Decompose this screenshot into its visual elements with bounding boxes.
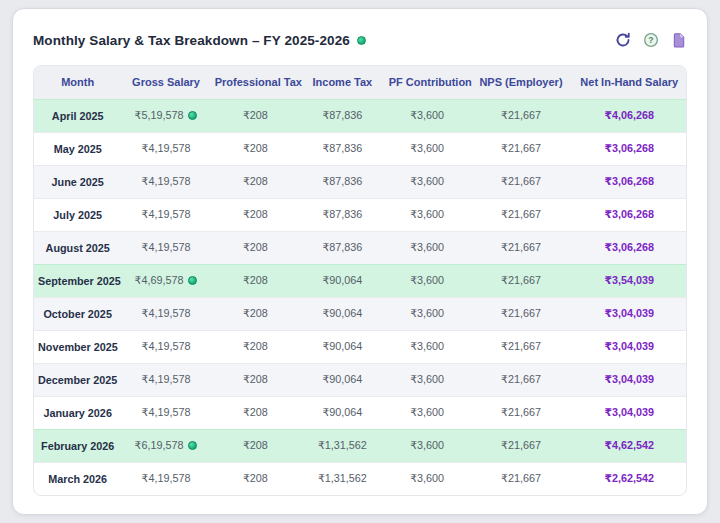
pf-contribution-cell: ₹3,600	[385, 330, 470, 363]
table-row[interactable]: November 2025 ₹4,19,578 ₹208 ₹90,064 ₹3,…	[34, 330, 686, 363]
net-in-hand-cell: ₹3,54,039	[573, 264, 687, 297]
gross-salary-value: ₹4,19,578	[142, 241, 191, 253]
income-tax-cell: ₹90,064	[300, 297, 385, 330]
help-button[interactable]: ?	[642, 32, 659, 49]
month-cell: November 2025	[34, 330, 121, 363]
professional-tax-cell: ₹208	[211, 231, 300, 264]
gross-salary-cell: ₹4,19,578	[121, 165, 210, 198]
table-row[interactable]: February 2026 ₹6,19,578 ₹208 ₹1,31,562 ₹…	[34, 429, 686, 462]
table-row[interactable]: April 2025 ₹5,19,578 ₹208 ₹87,836 ₹3,600…	[34, 99, 686, 132]
pf-contribution-cell: ₹3,600	[385, 99, 470, 132]
net-in-hand-cell: ₹3,06,268	[573, 165, 687, 198]
gross-salary-cell: ₹6,19,578	[121, 429, 210, 462]
pf-contribution-cell: ₹3,600	[385, 165, 470, 198]
table-row[interactable]: August 2025 ₹4,19,578 ₹208 ₹87,836 ₹3,60…	[34, 231, 686, 264]
income-tax-cell: ₹87,836	[300, 165, 385, 198]
column-header-month: Month	[34, 66, 121, 99]
table-row[interactable]: December 2025 ₹4,19,578 ₹208 ₹90,064 ₹3,…	[34, 363, 686, 396]
svg-text:?: ?	[648, 35, 653, 45]
professional-tax-cell: ₹208	[211, 363, 300, 396]
month-cell: March 2026	[34, 462, 121, 495]
month-cell: June 2025	[34, 165, 121, 198]
table-row[interactable]: January 2026 ₹4,19,578 ₹208 ₹90,064 ₹3,6…	[34, 396, 686, 429]
gross-salary-value: ₹4,19,578	[142, 373, 191, 385]
nps-employer-cell: ₹21,667	[469, 396, 572, 429]
gross-salary-cell: ₹4,19,578	[121, 396, 210, 429]
income-tax-cell: ₹1,31,562	[300, 429, 385, 462]
pf-contribution-cell: ₹3,600	[385, 231, 470, 264]
professional-tax-cell: ₹208	[211, 99, 300, 132]
salary-table-wrap: Month Gross Salary Professional Tax Inco…	[33, 65, 687, 496]
professional-tax-cell: ₹208	[211, 396, 300, 429]
net-in-hand-cell: ₹4,62,542	[573, 429, 687, 462]
month-cell: December 2025	[34, 363, 121, 396]
increment-badge-icon[interactable]	[188, 111, 197, 120]
refresh-icon	[615, 32, 631, 48]
table-row[interactable]: October 2025 ₹4,19,578 ₹208 ₹90,064 ₹3,6…	[34, 297, 686, 330]
column-header-professional-tax: Professional Tax	[211, 66, 300, 99]
nps-employer-cell: ₹21,667	[469, 198, 572, 231]
document-icon	[671, 32, 687, 48]
month-cell: February 2026	[34, 429, 121, 462]
table-row[interactable]: September 2025 ₹4,69,578 ₹208 ₹90,064 ₹3…	[34, 264, 686, 297]
gross-salary-cell: ₹4,19,578	[121, 363, 210, 396]
income-tax-cell: ₹90,064	[300, 330, 385, 363]
export-document-button[interactable]	[670, 32, 687, 49]
professional-tax-cell: ₹208	[211, 330, 300, 363]
refresh-button[interactable]	[614, 32, 631, 49]
increment-badge-icon[interactable]	[188, 276, 197, 285]
gross-salary-cell: ₹4,19,578	[121, 330, 210, 363]
income-tax-cell: ₹1,31,562	[300, 462, 385, 495]
gross-salary-cell: ₹4,19,578	[121, 297, 210, 330]
gross-salary-value: ₹4,19,578	[142, 208, 191, 220]
professional-tax-cell: ₹208	[211, 297, 300, 330]
professional-tax-cell: ₹208	[211, 165, 300, 198]
month-cell: January 2026	[34, 396, 121, 429]
nps-employer-cell: ₹21,667	[469, 462, 572, 495]
column-header-income-tax: Income Tax	[300, 66, 385, 99]
income-tax-cell: ₹90,064	[300, 396, 385, 429]
column-header-net-in-hand: Net In-Hand Salary	[573, 66, 687, 99]
nps-employer-cell: ₹21,667	[469, 264, 572, 297]
professional-tax-cell: ₹208	[211, 132, 300, 165]
net-in-hand-cell: ₹3,06,268	[573, 198, 687, 231]
net-in-hand-cell: ₹3,06,268	[573, 231, 687, 264]
nps-employer-cell: ₹21,667	[469, 99, 572, 132]
toolbar: ?	[614, 32, 687, 49]
pf-contribution-cell: ₹3,600	[385, 462, 470, 495]
month-cell: July 2025	[34, 198, 121, 231]
nps-employer-cell: ₹21,667	[469, 231, 572, 264]
net-in-hand-cell: ₹3,04,039	[573, 363, 687, 396]
month-cell: October 2025	[34, 297, 121, 330]
help-icon: ?	[643, 32, 659, 48]
net-in-hand-cell: ₹3,04,039	[573, 297, 687, 330]
pf-contribution-cell: ₹3,600	[385, 198, 470, 231]
title-wrap: Monthly Salary & Tax Breakdown – FY 2025…	[33, 33, 366, 48]
income-tax-cell: ₹87,836	[300, 198, 385, 231]
income-tax-cell: ₹90,064	[300, 363, 385, 396]
gross-salary-value: ₹4,19,578	[142, 142, 191, 154]
table-row[interactable]: March 2026 ₹4,19,578 ₹208 ₹1,31,562 ₹3,6…	[34, 462, 686, 495]
gross-salary-value: ₹4,19,578	[142, 472, 191, 484]
gross-salary-value: ₹4,19,578	[142, 307, 191, 319]
income-tax-cell: ₹87,836	[300, 132, 385, 165]
status-dot-icon[interactable]	[357, 36, 366, 45]
nps-employer-cell: ₹21,667	[469, 363, 572, 396]
income-tax-cell: ₹87,836	[300, 231, 385, 264]
professional-tax-cell: ₹208	[211, 264, 300, 297]
salary-table: Month Gross Salary Professional Tax Inco…	[34, 66, 686, 495]
gross-salary-cell: ₹4,19,578	[121, 462, 210, 495]
table-row[interactable]: July 2025 ₹4,19,578 ₹208 ₹87,836 ₹3,600 …	[34, 198, 686, 231]
month-cell: September 2025	[34, 264, 121, 297]
net-in-hand-cell: ₹2,62,542	[573, 462, 687, 495]
table-row[interactable]: May 2025 ₹4,19,578 ₹208 ₹87,836 ₹3,600 ₹…	[34, 132, 686, 165]
card-header: Monthly Salary & Tax Breakdown – FY 2025…	[33, 27, 687, 53]
gross-salary-cell: ₹4,19,578	[121, 198, 210, 231]
professional-tax-cell: ₹208	[211, 429, 300, 462]
nps-employer-cell: ₹21,667	[469, 132, 572, 165]
pf-contribution-cell: ₹3,600	[385, 363, 470, 396]
increment-badge-icon[interactable]	[188, 441, 197, 450]
table-row[interactable]: June 2025 ₹4,19,578 ₹208 ₹87,836 ₹3,600 …	[34, 165, 686, 198]
gross-salary-cell: ₹4,19,578	[121, 132, 210, 165]
salary-breakdown-card: Monthly Salary & Tax Breakdown – FY 2025…	[12, 8, 708, 515]
